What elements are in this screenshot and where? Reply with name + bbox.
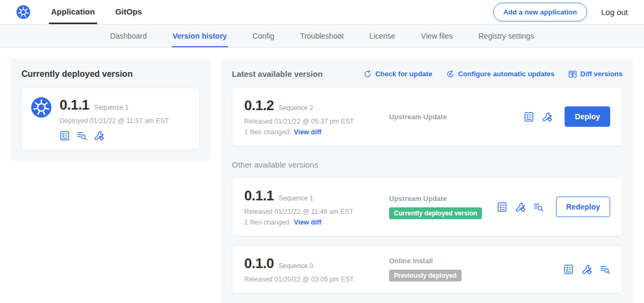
topbar: Application GitOps Add a new application… bbox=[0, 0, 644, 25]
version-info: 0.1.2 Sequence 2 Released 01/21/22 @ 05:… bbox=[244, 97, 389, 136]
version-card-010: 0.1.0 Sequence 0 Released 01/20/22 @ 03:… bbox=[232, 245, 623, 293]
configure-automatic-updates-label: Configure automatic updates bbox=[458, 70, 554, 78]
check-for-update-link[interactable]: Check for update bbox=[363, 70, 432, 78]
files-changed-count: 1 files changed bbox=[244, 128, 289, 136]
currently-deployed-badge: Currently deployed version bbox=[389, 207, 482, 219]
version-card-011: 0.1.1 Sequence 1 Released 01/21/22 @ 11:… bbox=[232, 177, 623, 236]
version-number: 0.1.2 bbox=[244, 97, 274, 114]
deployed-card-body: 0.1.1 Sequence 1 Deployed 01/21/22 @ 11:… bbox=[60, 97, 169, 141]
topbar-right: Add a new application Log out bbox=[493, 0, 628, 24]
version-actions: Redeploy bbox=[497, 197, 610, 217]
version-header-actions: Check for update Configure automatic upd… bbox=[363, 70, 623, 78]
config-wrench-icon[interactable] bbox=[582, 264, 592, 275]
deployed-sequence: Sequence 1 bbox=[94, 104, 128, 111]
deployed-version-number: 0.1.1 bbox=[60, 97, 89, 113]
version-source-block: Upstream Update bbox=[389, 113, 524, 121]
available-versions-panel: Latest available version Check for updat… bbox=[221, 59, 633, 303]
subnav-registry-settings[interactable]: Registry settings bbox=[478, 25, 535, 47]
config-wrench-icon[interactable] bbox=[515, 202, 525, 212]
release-notes-icon[interactable] bbox=[524, 112, 534, 122]
version-source-block: Upstream Update Currently deployed versi… bbox=[389, 194, 497, 219]
version-row: 0.1.2 Sequence 2 bbox=[244, 97, 389, 114]
tab-application[interactable]: Application bbox=[49, 0, 97, 24]
subnav-view-files[interactable]: View files bbox=[420, 25, 454, 47]
release-notes-icon[interactable] bbox=[564, 264, 574, 275]
version-sequence: Sequence 2 bbox=[279, 104, 313, 112]
version-sequence: Sequence 1 bbox=[279, 194, 313, 202]
subnav-dashboard[interactable]: Dashboard bbox=[109, 25, 148, 47]
currently-deployed-panel: Currently deployed version 0.1.1 Sequenc… bbox=[11, 59, 210, 161]
deployed-version-card: 0.1.1 Sequence 1 Deployed 01/21/22 @ 11:… bbox=[21, 88, 200, 150]
version-number: 0.1.0 bbox=[244, 255, 274, 272]
version-source: Upstream Update bbox=[389, 113, 518, 121]
deployed-timestamp: Deployed 01/21/22 @ 11:57 am EST bbox=[60, 117, 169, 125]
version-number: 0.1.1 bbox=[244, 187, 274, 204]
released-timestamp: Released 01/21/22 @ 11:48 am EST bbox=[244, 208, 389, 215]
kubernetes-logo-icon bbox=[16, 0, 31, 24]
main-content: Currently deployed version 0.1.1 Sequenc… bbox=[0, 48, 644, 303]
version-source: Online Install bbox=[389, 257, 558, 265]
configure-automatic-updates-link[interactable]: Configure automatic updates bbox=[446, 70, 554, 78]
logout-link[interactable]: Log out bbox=[601, 8, 628, 17]
tab-application-label: Application bbox=[51, 7, 95, 16]
config-wrench-icon[interactable] bbox=[542, 112, 552, 122]
redeploy-button[interactable]: Redeploy bbox=[556, 197, 610, 217]
subnav-version-history[interactable]: Version history bbox=[172, 25, 228, 47]
version-actions bbox=[564, 264, 610, 275]
tab-gitops-label: GitOps bbox=[115, 7, 142, 16]
config-wrench-icon[interactable] bbox=[94, 131, 104, 141]
version-actions: Deploy bbox=[524, 106, 610, 127]
released-timestamp: Released 01/21/22 @ 05:37 pm EST bbox=[244, 118, 389, 125]
view-diff-link[interactable]: View diff bbox=[294, 219, 321, 226]
subnav-config[interactable]: Config bbox=[252, 25, 275, 47]
latest-available-title: Latest available version bbox=[232, 69, 323, 78]
version-row: 0.1.1 Sequence 1 bbox=[244, 187, 389, 204]
auto-update-icon bbox=[446, 70, 455, 78]
deployed-version-row: 0.1.1 Sequence 1 bbox=[60, 97, 169, 113]
diff-icon[interactable] bbox=[533, 202, 544, 212]
version-row: 0.1.0 Sequence 0 bbox=[244, 255, 389, 272]
diff-versions-link[interactable]: Diff versions bbox=[568, 70, 623, 78]
check-for-update-label: Check for update bbox=[375, 70, 432, 78]
release-notes-icon[interactable] bbox=[60, 131, 70, 141]
version-info: 0.1.0 Sequence 0 Released 01/20/22 @ 03:… bbox=[244, 255, 389, 283]
version-source-block: Online Install Previously deployed bbox=[389, 257, 564, 282]
subnav-license[interactable]: License bbox=[368, 25, 396, 47]
version-source: Upstream Update bbox=[389, 194, 492, 203]
files-changed-row: 1 files changed View diff bbox=[244, 128, 389, 136]
released-timestamp: Released 01/20/22 @ 03:05 pm EST bbox=[244, 276, 389, 283]
available-versions-header: Latest available version Check for updat… bbox=[232, 69, 623, 78]
topbar-left: Application GitOps bbox=[16, 0, 160, 24]
version-card-012: 0.1.2 Sequence 2 Released 01/21/22 @ 05:… bbox=[232, 87, 623, 146]
tab-gitops[interactable]: GitOps bbox=[113, 0, 144, 24]
add-application-button[interactable]: Add a new application bbox=[493, 3, 587, 21]
app-icon bbox=[31, 97, 52, 141]
version-info: 0.1.1 Sequence 1 Released 01/21/22 @ 11:… bbox=[244, 187, 389, 226]
other-versions-title: Other available versions bbox=[232, 160, 623, 169]
refresh-icon bbox=[363, 70, 372, 78]
diff-icon[interactable] bbox=[600, 264, 610, 275]
previously-deployed-badge: Previously deployed bbox=[389, 270, 462, 282]
columns-icon bbox=[568, 70, 577, 78]
app-subnav: Dashboard Version history Config Trouble… bbox=[0, 25, 644, 48]
diff-icon[interactable] bbox=[77, 131, 87, 141]
view-diff-link[interactable]: View diff bbox=[294, 128, 321, 136]
deployed-actions bbox=[60, 131, 169, 141]
deploy-button[interactable]: Deploy bbox=[565, 106, 610, 127]
version-sequence: Sequence 0 bbox=[279, 262, 313, 270]
files-changed-count: 1 files changed bbox=[244, 219, 289, 226]
subnav-troubleshoot[interactable]: Troubleshoot bbox=[299, 25, 345, 47]
release-notes-icon[interactable] bbox=[497, 202, 507, 212]
currently-deployed-title: Currently deployed version bbox=[21, 69, 200, 79]
diff-versions-label: Diff versions bbox=[580, 70, 623, 78]
files-changed-row: 1 files changed View diff bbox=[244, 219, 389, 226]
